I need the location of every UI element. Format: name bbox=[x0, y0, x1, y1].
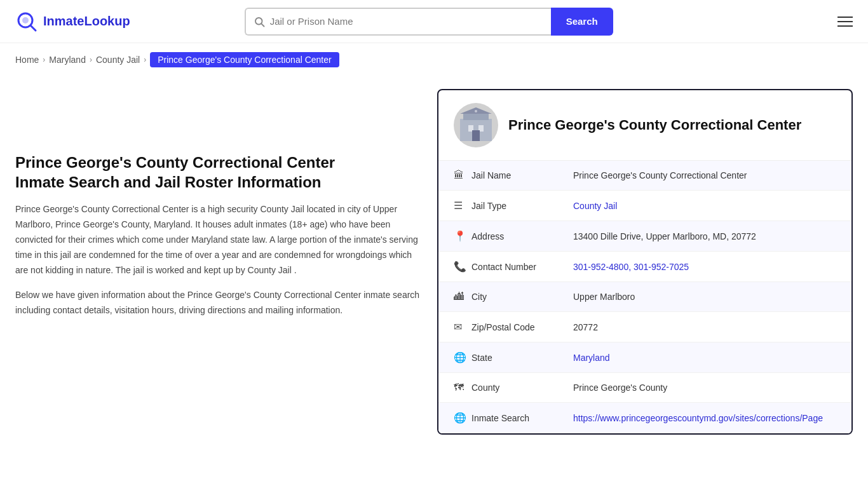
main-content: Prince George's County Correctional Cent… bbox=[0, 76, 868, 447]
address-value: 13400 Dille Drive, Upper Marlboro, MD, 2… bbox=[573, 231, 836, 241]
logo-text: InmateLookup bbox=[43, 14, 130, 29]
hamburger-menu[interactable] bbox=[837, 17, 853, 27]
county-icon: 🗺 bbox=[454, 382, 471, 393]
state-link[interactable]: Maryland bbox=[573, 353, 610, 363]
jail-type-value: County Jail bbox=[573, 201, 836, 211]
info-row-zip: ✉ Zip/Postal Code 20772 bbox=[438, 312, 851, 342]
zip-value: 20772 bbox=[573, 322, 836, 332]
breadcrumb-chevron-2: › bbox=[90, 55, 92, 64]
breadcrumb-home[interactable]: Home bbox=[15, 55, 39, 65]
jail-type-link[interactable]: County Jail bbox=[573, 201, 617, 211]
jail-name-icon: 🏛 bbox=[454, 170, 471, 181]
search-area: Search bbox=[245, 8, 613, 36]
address-label: Address bbox=[471, 231, 573, 241]
state-label: State bbox=[471, 353, 573, 363]
info-row-address: 📍 Address 13400 Dille Drive, Upper Marlb… bbox=[438, 221, 851, 252]
hamburger-line-2 bbox=[837, 21, 853, 22]
city-icon: 🏙 bbox=[454, 291, 471, 302]
contact-icon: 📞 bbox=[454, 261, 471, 273]
card-title: Prince George's County Correctional Cent… bbox=[508, 117, 801, 133]
info-row-county: 🗺 County Prince George's County bbox=[438, 373, 851, 403]
site-header: InmateLookup Search bbox=[0, 0, 868, 43]
breadcrumb-active: Prince George's County Correctional Cent… bbox=[150, 52, 339, 67]
contact-value: 301-952-4800, 301-952-7025 bbox=[573, 262, 836, 272]
breadcrumb-county-jail[interactable]: County Jail bbox=[96, 55, 140, 65]
contact-label: Contact Number bbox=[471, 262, 573, 272]
svg-line-4 bbox=[261, 24, 264, 26]
state-value: Maryland bbox=[573, 353, 836, 363]
search-icon bbox=[254, 16, 265, 27]
info-row-jail-type: ☰ Jail Type County Jail bbox=[438, 191, 851, 221]
info-table: 🏛 Jail Name Prince George's County Corre… bbox=[438, 161, 851, 433]
facility-card: Prince George's County Correctional Cent… bbox=[437, 89, 853, 435]
svg-rect-10 bbox=[472, 130, 480, 141]
logo-link[interactable]: InmateLookup bbox=[15, 10, 130, 33]
county-label: County bbox=[471, 383, 573, 393]
jail-name-value: Prince George's County Correctional Cent… bbox=[573, 170, 836, 180]
inmate-search-label: Inmate Search bbox=[471, 413, 573, 423]
hamburger-line-3 bbox=[837, 25, 853, 27]
page-heading: Prince George's County Correctional Cent… bbox=[15, 152, 422, 192]
state-icon: 🌐 bbox=[454, 351, 471, 363]
breadcrumb-chevron-1: › bbox=[43, 55, 45, 64]
svg-line-1 bbox=[31, 25, 36, 30]
info-row-inmate-search: 🌐 Inmate Search https://www.princegeorge… bbox=[438, 403, 851, 433]
svg-point-11 bbox=[475, 110, 477, 112]
address-icon: 📍 bbox=[454, 230, 471, 242]
svg-point-2 bbox=[22, 17, 29, 24]
contact-link[interactable]: 301-952-4800, 301-952-7025 bbox=[573, 262, 689, 272]
inmate-search-link[interactable]: https://www.princegeorgescountymd.gov/si… bbox=[573, 413, 823, 423]
zip-icon: ✉ bbox=[454, 321, 471, 333]
jail-name-label: Jail Name bbox=[471, 170, 573, 180]
card-header: Prince George's County Correctional Cent… bbox=[438, 90, 851, 161]
info-row-state: 🌐 State Maryland bbox=[438, 342, 851, 373]
county-value: Prince George's County bbox=[573, 383, 836, 393]
city-value: Upper Marlboro bbox=[573, 292, 836, 302]
breadcrumb: Home › Maryland › County Jail › Prince G… bbox=[0, 43, 868, 76]
facility-image bbox=[454, 103, 498, 147]
inmate-search-value: https://www.princegeorgescountymd.gov/si… bbox=[573, 413, 836, 423]
info-row-city: 🏙 City Upper Marlboro bbox=[438, 282, 851, 312]
zip-label: Zip/Postal Code bbox=[471, 322, 573, 332]
info-row-jail-name: 🏛 Jail Name Prince George's County Corre… bbox=[438, 161, 851, 191]
breadcrumb-maryland[interactable]: Maryland bbox=[49, 55, 86, 65]
search-input-wrapper bbox=[245, 8, 551, 36]
info-row-contact: 📞 Contact Number 301-952-4800, 301-952-7… bbox=[438, 252, 851, 282]
search-input[interactable] bbox=[270, 16, 543, 27]
left-panel: Prince George's County Correctional Cent… bbox=[15, 89, 422, 435]
jail-type-label: Jail Type bbox=[471, 201, 573, 211]
description-para-2: Below we have given information about th… bbox=[15, 288, 422, 318]
city-label: City bbox=[471, 292, 573, 302]
facility-building-icon bbox=[457, 106, 495, 144]
logo-icon bbox=[15, 10, 38, 33]
jail-type-icon: ☰ bbox=[454, 200, 471, 212]
inmate-search-icon: 🌐 bbox=[454, 412, 471, 424]
search-container: Search bbox=[245, 8, 613, 36]
hamburger-line-1 bbox=[837, 17, 853, 18]
description-para-1: Prince George's County Correctional Cent… bbox=[15, 202, 422, 278]
breadcrumb-chevron-3: › bbox=[144, 55, 146, 64]
search-button[interactable]: Search bbox=[551, 8, 613, 36]
